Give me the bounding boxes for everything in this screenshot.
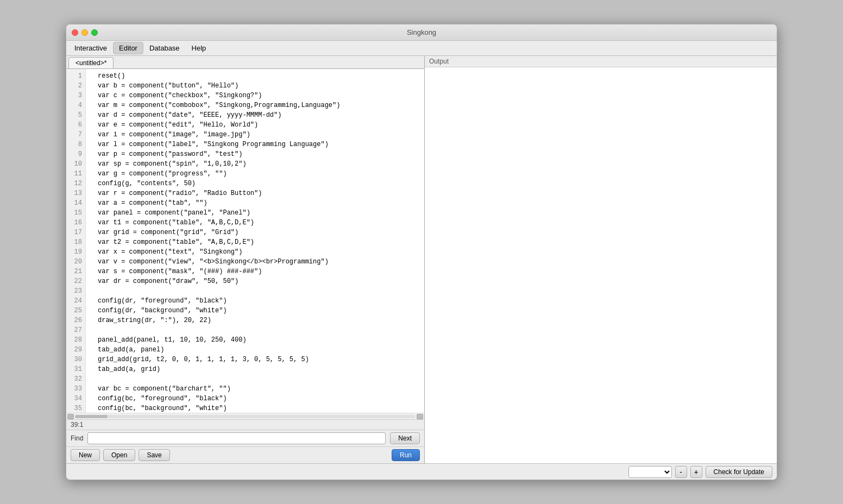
code-line: var d = component("date", "EEEE, yyyy-MM…: [90, 110, 420, 120]
maximize-button[interactable]: [91, 29, 98, 36]
code-area[interactable]: 1 2 3 4 5 6 7 8 9 10 11 12 13 14 15 16 1…: [66, 69, 424, 413]
code-line: var g = component("progress", ""): [90, 169, 420, 179]
open-button[interactable]: Open: [103, 449, 135, 461]
line-marker: [90, 91, 98, 100]
output-content: [425, 67, 777, 463]
code-line: config(bc, "background", "white"): [90, 404, 420, 413]
line-marker: [90, 100, 98, 110]
line-marker: [90, 374, 98, 384]
code-line: var panel = component("panel", "Panel"): [90, 208, 420, 218]
code-line: config(bc, "foreground", "black"): [90, 394, 420, 404]
code-line: var b = component("button", "Hello"): [90, 81, 420, 91]
line-marker: [90, 296, 98, 306]
code-line: var sp = component("spin", "1,0,10,2"): [90, 159, 420, 169]
scroll-left-arrow[interactable]: [67, 414, 74, 419]
line-marker: [90, 267, 98, 276]
version-select[interactable]: [628, 466, 672, 478]
code-line: [90, 286, 420, 296]
traffic-lights: [72, 29, 98, 36]
horizontal-scroll-thumb[interactable]: [75, 415, 108, 418]
code-line: config(g, "contents", 50): [90, 179, 420, 188]
line-marker: [90, 345, 98, 355]
code-line: var e = component("edit", "Hello, World"…: [90, 120, 420, 130]
output-pane: Output: [425, 56, 777, 463]
minimize-button[interactable]: [81, 29, 88, 36]
code-line: var bc = component("barchart", ""): [90, 384, 420, 394]
code-editor[interactable]: reset()var b = component("button", "Hell…: [86, 69, 424, 413]
line-marker: [90, 325, 98, 335]
line-marker: [90, 228, 98, 237]
line-numbers: 1 2 3 4 5 6 7 8 9 10 11 12 13 14 15 16 1…: [66, 69, 86, 413]
line-marker: [90, 81, 98, 91]
line-marker: [90, 257, 98, 267]
line-marker: [90, 179, 98, 188]
line-marker: [90, 286, 98, 296]
find-bar: Find Next: [66, 430, 424, 446]
line-marker: [90, 110, 98, 120]
code-line: var t2 = component("table", "A,B,C,D,E"): [90, 237, 420, 247]
tab-bar: <untitled>*: [66, 56, 424, 69]
code-line: var s = component("mask", "(###) ###-###…: [90, 267, 420, 276]
code-line: var x = component("text", "Singkong"): [90, 247, 420, 257]
line-marker: [90, 208, 98, 218]
line-marker: [90, 237, 98, 247]
find-label: Find: [71, 434, 83, 442]
code-line: var dr = component("draw", "50, 50"): [90, 276, 420, 286]
code-line: reset(): [90, 71, 420, 81]
horizontal-scroll-track[interactable]: [75, 415, 416, 418]
code-line: panel_add(panel, t1, 10, 10, 250, 400): [90, 335, 420, 345]
line-marker: [90, 306, 98, 316]
code-line: draw_string(dr, ":"), 20, 22): [90, 316, 420, 325]
code-line: var c = component("checkbox", "Singkong?…: [90, 91, 420, 100]
close-button[interactable]: [72, 29, 78, 36]
plus-button[interactable]: +: [690, 466, 702, 478]
code-line: config(dr, "foreground", "black"): [90, 296, 420, 306]
status-bar: 39:1: [66, 419, 424, 430]
code-line: var r = component("radio", "Radio Button…: [90, 188, 420, 198]
action-left: New Open Save: [71, 449, 170, 461]
tab-untitled[interactable]: <untitled>*: [68, 57, 114, 68]
run-button[interactable]: Run: [392, 449, 420, 461]
line-marker: [90, 130, 98, 140]
find-input[interactable]: [87, 432, 386, 444]
code-line: grid_add(grid, t2, 0, 0, 1, 1, 1, 1, 3, …: [90, 355, 420, 364]
menu-help[interactable]: Help: [186, 42, 212, 54]
menu-database[interactable]: Database: [143, 42, 186, 54]
line-marker: [90, 169, 98, 179]
line-marker: [90, 394, 98, 404]
line-marker: [90, 140, 98, 149]
minus-button[interactable]: -: [675, 466, 687, 478]
line-marker: [90, 276, 98, 286]
main-window: Singkong Interactive Editor Database Hel…: [66, 24, 777, 480]
cursor-position: 39:1: [71, 421, 83, 429]
code-line: [90, 325, 420, 335]
code-line: var grid = component("grid", "Grid"): [90, 228, 420, 237]
code-line: tab_add(a, panel): [90, 345, 420, 355]
code-line: var p = component("password", "test"): [90, 149, 420, 159]
code-line: var v = component("view", "<b>Singkong</…: [90, 257, 420, 267]
menu-bar: Interactive Editor Database Help: [66, 41, 777, 56]
save-button[interactable]: Save: [139, 449, 169, 461]
check-update-button[interactable]: Check for Update: [706, 466, 772, 478]
output-header: Output: [425, 56, 777, 67]
line-marker: [90, 71, 98, 81]
menu-interactive[interactable]: Interactive: [68, 42, 113, 54]
scroll-right-arrow[interactable]: [417, 414, 423, 419]
code-line: var a = component("tab", ""): [90, 198, 420, 208]
code-line: var t1 = component("table", "A,B,C,D,E"): [90, 218, 420, 228]
new-button[interactable]: New: [71, 449, 100, 461]
code-line: var l = component("label", "Singkong Pro…: [90, 140, 420, 149]
editor-pane: <untitled>* 1 2 3 4 5 6 7 8 9 10 11 12 1…: [66, 56, 425, 463]
line-marker: [90, 247, 98, 257]
menu-editor[interactable]: Editor: [113, 42, 143, 54]
bottom-bar: - + Check for Update: [66, 463, 777, 480]
line-marker: [90, 149, 98, 159]
line-marker: [90, 198, 98, 208]
line-marker: [90, 404, 98, 413]
horizontal-scrollbar[interactable]: [66, 413, 424, 419]
code-line: var i = component("image", "image.jpg"): [90, 130, 420, 140]
line-marker: [90, 188, 98, 198]
next-button[interactable]: Next: [390, 432, 420, 444]
line-marker: [90, 384, 98, 394]
title-bar: Singkong: [66, 24, 777, 41]
